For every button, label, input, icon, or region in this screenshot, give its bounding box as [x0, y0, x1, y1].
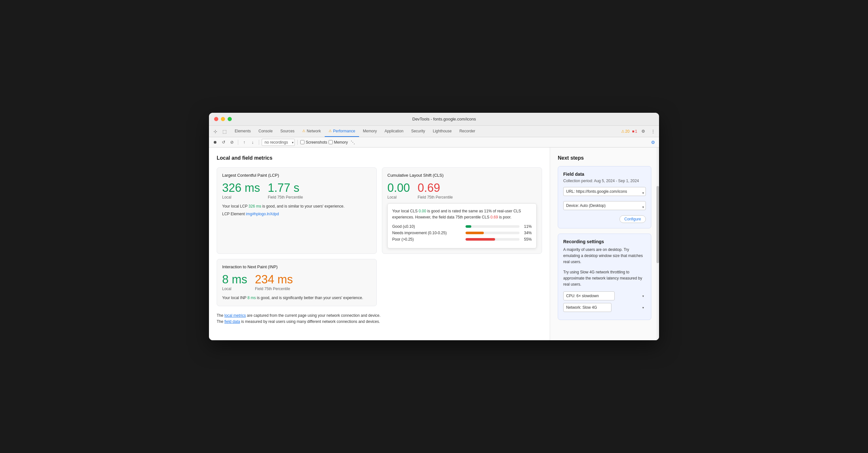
- inspect-icon[interactable]: ⊹: [212, 128, 219, 135]
- tab-performance-label: Performance: [333, 129, 355, 133]
- cls-bar-ni-track: [465, 232, 520, 234]
- cls-title: Cumulative Layout Shift (CLS): [388, 173, 536, 178]
- toolbar-divider-2: [259, 140, 259, 145]
- scrollbar-thumb[interactable]: [656, 186, 659, 263]
- tab-application-label: Application: [384, 129, 403, 133]
- lcp-field-value: 1.77 s: [268, 182, 303, 194]
- minimize-button[interactable]: [221, 117, 225, 121]
- tab-application[interactable]: Application: [381, 126, 407, 137]
- cls-bar-poor-fill: [465, 238, 495, 240]
- screenshots-checkbox-label[interactable]: Screenshots: [300, 140, 327, 144]
- cls-bar-good-pct: 11%: [522, 224, 532, 229]
- inp-description: Your local INP 8 ms is good, and is sign…: [222, 295, 371, 301]
- lcp-field-label: Field 75th Percentile: [268, 195, 303, 199]
- local-metrics-link[interactable]: local metrics: [224, 313, 246, 318]
- settings-gear-icon[interactable]: ⚙: [640, 128, 647, 135]
- main-content: Local and field metrics Largest Contentf…: [209, 148, 659, 340]
- tab-lighthouse[interactable]: Lighthouse: [429, 126, 456, 137]
- memory-label: Memory: [334, 140, 348, 144]
- stop-button[interactable]: ⊘: [228, 139, 235, 146]
- tab-recorder[interactable]: Recorder: [456, 126, 479, 137]
- window-title: DevTools - fonts.google.com/icons: [235, 117, 654, 122]
- lcp-values: 326 ms Local 1.77 s Field 75th Percentil…: [222, 182, 371, 199]
- record-button[interactable]: ⏺: [212, 139, 219, 146]
- cls-field: 0.69 Field 75th Percentile: [417, 182, 453, 199]
- inp-desc-end: is good, and is significantly better tha…: [256, 296, 363, 300]
- cls-local: 0.00 Local: [388, 182, 410, 199]
- url-select[interactable]: URL: https://fonts.google.com/icons: [563, 187, 646, 196]
- tab-console[interactable]: Console: [255, 126, 277, 137]
- tab-elements[interactable]: Elements: [231, 126, 255, 137]
- field-data-title: Field data: [563, 171, 646, 177]
- tab-performance[interactable]: ⚠ Performance: [325, 126, 359, 137]
- performance-settings-icon[interactable]: ⚙: [649, 139, 656, 146]
- recording-settings-title: Recording settings: [563, 239, 646, 244]
- cls-desc-local: 0.00: [418, 209, 426, 213]
- close-button[interactable]: [214, 117, 218, 121]
- device-select[interactable]: Device: Auto (Desktop): [563, 201, 646, 210]
- footer-line2-before: The: [217, 319, 224, 324]
- footer-line2: The field data is measured by real users…: [217, 319, 542, 325]
- devtools-icon-group: ⊹ ⬚: [212, 128, 228, 135]
- more-options-icon[interactable]: ⋮: [649, 128, 656, 135]
- cls-desc-before: Your local CLS: [392, 209, 418, 213]
- inp-desc-before: Your local INP: [222, 296, 248, 300]
- lcp-element-label: LCP Element: [222, 212, 245, 216]
- recording-settings-desc1: A majority of users are on desktop. Try …: [563, 247, 646, 265]
- lcp-element: LCP Element img#hplogo.lnXdpd: [222, 212, 371, 216]
- screenshots-checkbox[interactable]: [300, 140, 305, 144]
- cpu-select-wrapper: CPU: 6× slowdown: [563, 291, 646, 300]
- recording-settings-desc2: Try using Slow 4G network throttling to …: [563, 269, 646, 288]
- cpu-select[interactable]: CPU: 6× slowdown: [563, 291, 615, 300]
- inp-local: 8 ms Local: [222, 273, 247, 291]
- cls-local-value: 0.00: [388, 182, 410, 194]
- toolbar-divider-1: [238, 140, 238, 145]
- device-toggle-icon[interactable]: ⬚: [220, 128, 228, 135]
- cls-field-value: 0.69: [417, 182, 453, 194]
- tab-recorder-label: Recorder: [459, 129, 475, 133]
- maximize-button[interactable]: [227, 117, 232, 121]
- network-select[interactable]: Network: Slow 4G: [563, 303, 612, 312]
- recordings-select[interactable]: no recordings: [262, 139, 295, 146]
- devtools-window: DevTools - fonts.google.com/icons ⊹ ⬚ El…: [209, 113, 659, 340]
- cls-desc-field: 0.69: [491, 215, 498, 220]
- inp-field-value: 234 ms: [255, 273, 293, 286]
- tab-list: Elements Console Sources ⚠ Network ⚠ Per…: [231, 126, 621, 137]
- tab-memory[interactable]: Memory: [359, 126, 381, 137]
- reload-record-button[interactable]: ↺: [220, 139, 227, 146]
- configure-button[interactable]: Configure: [620, 215, 646, 223]
- cls-bar-ni-pct: 34%: [522, 231, 532, 235]
- lcp-element-value[interactable]: img#hplogo.lnXdpd: [246, 212, 279, 216]
- cls-bar-poor: Poor (>0.25) 55%: [392, 237, 532, 241]
- cls-bar-good-label: Good (≤0.10): [392, 224, 463, 229]
- footer-note: The local metrics are captured from the …: [217, 313, 542, 325]
- cls-field-label: Field 75th Percentile: [417, 195, 453, 199]
- field-data-card: Field data Collection period: Aug 5, 202…: [558, 166, 651, 228]
- tab-sources[interactable]: Sources: [277, 126, 298, 137]
- warnings-count: 20: [625, 129, 629, 134]
- field-data-period: Collection period: Aug 5, 2024 - Sep 1, …: [563, 179, 646, 183]
- lcp-desc-highlight: 326 ms: [248, 204, 261, 208]
- scrollbar-track: [656, 148, 659, 340]
- tab-right-actions: ⚠ 20 ■ 1 ⚙ ⋮: [621, 128, 656, 135]
- warning-triangle-icon: ⚠: [621, 129, 625, 134]
- cls-card: Cumulative Layout Shift (CLS) 0.00 Local…: [382, 167, 542, 254]
- tab-console-label: Console: [258, 129, 273, 133]
- configure-row: Configure: [563, 215, 646, 223]
- tab-network[interactable]: ⚠ Network: [298, 126, 325, 137]
- upload-button[interactable]: ↑: [241, 139, 248, 146]
- tab-security[interactable]: Security: [407, 126, 429, 137]
- flame-chart-icon[interactable]: ⋱: [349, 139, 356, 146]
- download-button[interactable]: ↓: [249, 139, 256, 146]
- title-bar: DevTools - fonts.google.com/icons: [209, 113, 659, 126]
- lcp-card: Largest Contentful Paint (LCP) 326 ms Lo…: [217, 167, 377, 254]
- memory-checkbox[interactable]: [329, 140, 333, 144]
- field-data-link[interactable]: field data: [224, 319, 240, 324]
- cls-tooltip: Your local CLS 0.00 is good and is rated…: [388, 203, 536, 248]
- tab-security-label: Security: [411, 129, 425, 133]
- recordings-dropdown-wrapper: no recordings: [262, 139, 295, 146]
- traffic-lights: [214, 117, 232, 121]
- lcp-description: Your local LCP 326 ms is good, and is si…: [222, 203, 371, 209]
- memory-checkbox-label[interactable]: Memory: [329, 140, 348, 144]
- toolbar-right: ⚙: [649, 139, 656, 146]
